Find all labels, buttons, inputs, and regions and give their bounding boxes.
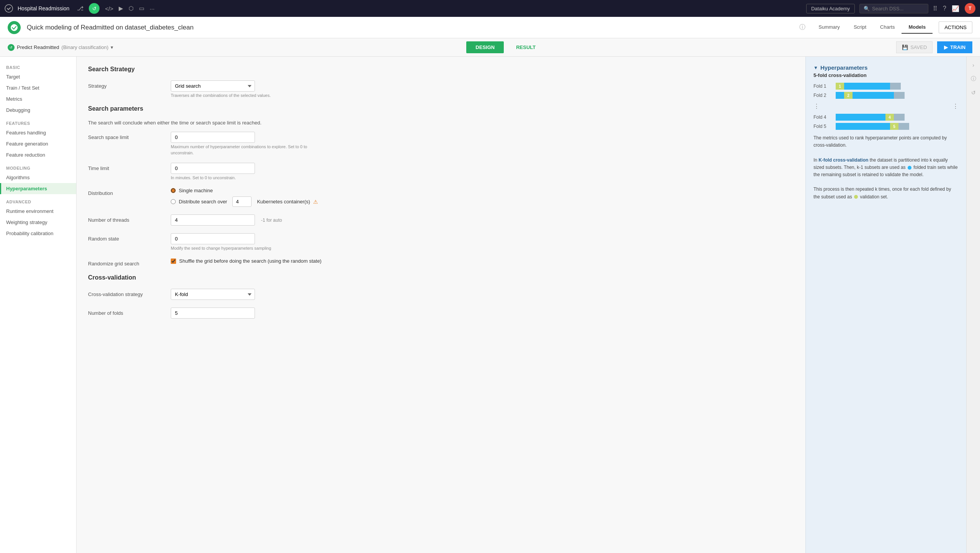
svg-point-0 — [5, 5, 13, 12]
nav-charts[interactable]: Charts — [873, 21, 902, 34]
saved-button[interactable]: 💾 SAVED — [896, 41, 933, 53]
warning-icon: ⚠ — [313, 199, 318, 205]
chevron-right-icon[interactable]: › — [968, 60, 979, 70]
subheader: Quick modeling of Readmitted on dataset_… — [0, 17, 980, 38]
basic-section-title: BASIC — [0, 63, 76, 71]
num-folds-control — [171, 308, 794, 319]
info-icon[interactable]: ⓘ — [968, 74, 979, 84]
cv-strategy-select[interactable]: K-fold Stratified K-fold Time series — [171, 289, 255, 300]
sidebar-item-weighting[interactable]: Weighting strategy — [0, 217, 76, 228]
run-icon[interactable]: ▶ — [119, 5, 123, 12]
sidebar-item-runtime[interactable]: Runtime environment — [0, 206, 76, 217]
topbar-icons: ⎇ ↺ </> ▶ ⬡ ▭ ··· — [77, 3, 154, 14]
threads-hint: -1 for auto — [261, 218, 282, 223]
nav-models[interactable]: Models — [902, 21, 933, 34]
hp-collapse-icon[interactable]: ▼ — [813, 65, 818, 70]
dropdown-icon[interactable]: ▾ — [111, 44, 113, 50]
single-machine-option[interactable]: Single machine — [171, 188, 794, 193]
sidebar-item-target[interactable]: Target — [0, 71, 76, 82]
grid-icon[interactable]: ⠿ — [933, 5, 938, 12]
threads-row: Number of threads -1 for auto — [88, 214, 794, 226]
k8s-suffix-label: Kubernetes container(s) — [257, 199, 310, 205]
sidebar-item-algorithms[interactable]: Algorithms — [0, 172, 76, 183]
distribute-radio[interactable] — [171, 199, 176, 204]
distribute-option[interactable]: Distribute search over Kubernetes contai… — [171, 196, 794, 207]
code-icon[interactable]: </> — [105, 5, 113, 12]
hp-desc-2-pre: In — [813, 157, 818, 163]
avatar[interactable]: T — [965, 3, 975, 14]
sidebar-item-calibration[interactable]: Probability calibration — [0, 228, 76, 239]
strategy-hint: Traverses all the combinations of the se… — [171, 93, 794, 98]
sidebar-item-debugging[interactable]: Debugging — [0, 105, 76, 116]
fold-1-label: Fold 1 — [813, 83, 833, 89]
yellow-dot-icon — [854, 195, 858, 199]
academy-label[interactable]: Dataiku Academy — [806, 4, 855, 13]
threads-control: -1 for auto — [171, 214, 794, 226]
recycle-icon[interactable]: ↺ — [89, 3, 100, 14]
time-limit-label: Time limit — [88, 163, 165, 171]
search-space-row: Search space limit Maximum number of hyp… — [88, 132, 794, 155]
save-icon: 💾 — [902, 44, 908, 50]
randomize-checkbox-row[interactable]: Shuffle the grid before doing the search… — [171, 258, 794, 264]
distribution-row: Distribution Single machine Distribute s… — [88, 188, 794, 207]
randomize-row: Randomize grid search Shuffle the grid b… — [88, 258, 794, 267]
search-space-hint1: Maximum number of hyperparameter combina… — [171, 144, 794, 149]
predict-badge: ↺ Predict Readmitted (Binary classificat… — [8, 44, 113, 51]
cv-strategy-row: Cross-validation strategy K-fold Stratif… — [88, 289, 794, 300]
search-space-label: Search space limit — [88, 132, 165, 140]
project-title: Quick modeling of Readmitted on dataset_… — [27, 24, 793, 31]
random-state-row: Random state Modify the seed to change h… — [88, 233, 794, 250]
hyperparameters-panel: ▼ Hyperparameters 5-fold cross-validatio… — [805, 57, 966, 553]
num-folds-input[interactable] — [171, 308, 255, 319]
time-limit-input[interactable] — [171, 163, 255, 174]
fold-dots: ⋮ ⋮ — [813, 101, 959, 111]
k8s-count-input[interactable] — [232, 196, 252, 207]
num-folds-label: Number of folds — [88, 308, 165, 316]
design-button[interactable]: DESIGN — [466, 41, 504, 53]
fold-row-1: Fold 1 1 — [813, 83, 959, 90]
strategy-select[interactable]: Grid search Random search Bayesian — [171, 80, 255, 92]
randomize-checkbox[interactable] — [171, 259, 176, 264]
train-button[interactable]: ▶ TRAIN — [937, 41, 972, 53]
randomize-label: Randomize grid search — [88, 258, 165, 267]
time-limit-row: Time limit In minutes. Set to 0 to uncon… — [88, 163, 794, 180]
threads-input[interactable] — [171, 214, 255, 226]
notebook-icon[interactable]: ▭ — [139, 5, 144, 12]
fold-grid: Fold 1 1 Fold 2 2 — [813, 83, 959, 130]
randomize-control: Shuffle the grid before doing the search… — [171, 258, 794, 264]
train-play-icon: ▶ — [944, 44, 948, 50]
help-circle-icon[interactable]: ⓘ — [799, 23, 805, 31]
search-space-input[interactable] — [171, 132, 255, 143]
deploy-icon[interactable]: ⬡ — [129, 5, 134, 12]
result-button[interactable]: RESULT — [508, 41, 543, 53]
distribution-control: Single machine Distribute search over Ku… — [171, 188, 794, 207]
branch-icon[interactable]: ⎇ — [77, 5, 83, 12]
search-box[interactable]: 🔍 Search DSS... — [859, 4, 928, 13]
search-params-desc: The search will conclude when either the… — [88, 120, 794, 126]
help-icon[interactable]: ? — [943, 5, 946, 12]
cv-strategy-control: K-fold Stratified K-fold Time series — [171, 289, 794, 300]
sidebar-item-feature-reduction[interactable]: Feature reduction — [0, 149, 76, 160]
app-title: Hospital Readmission — [18, 5, 69, 11]
time-limit-hint: In minutes. Set to 0 to unconstrain. — [171, 175, 794, 180]
predict-type: (Binary classification) — [62, 44, 109, 50]
sidebar-item-train-test[interactable]: Train / Test Set — [0, 82, 76, 93]
sidebar-item-feature-generation[interactable]: Feature generation — [0, 138, 76, 149]
sidebar-item-hyperparameters[interactable]: Hyperparameters — [0, 183, 76, 194]
refresh-icon[interactable]: ↺ — [968, 87, 979, 98]
sidebar-item-metrics[interactable]: Metrics — [0, 93, 76, 105]
random-state-hint: Modify the seed to change hyperparameter… — [171, 246, 794, 250]
more-icon[interactable]: ··· — [150, 5, 155, 12]
random-state-input[interactable] — [171, 233, 255, 244]
distribution-radio-group: Single machine Distribute search over Ku… — [171, 188, 794, 207]
cv-strategy-label: Cross-validation strategy — [88, 289, 165, 297]
nav-summary[interactable]: Summary — [812, 21, 847, 34]
trend-icon[interactable]: 📈 — [952, 5, 959, 12]
sidebar-item-features-handling[interactable]: Features handling — [0, 127, 76, 138]
single-machine-radio[interactable] — [171, 188, 176, 193]
far-right-panel: › ⓘ ↺ — [966, 57, 980, 553]
actions-button[interactable]: ACTIONS — [939, 21, 972, 33]
main-layout: BASIC Target Train / Test Set Metrics De… — [0, 57, 980, 553]
nav-script[interactable]: Script — [847, 21, 873, 34]
search-params-title: Search parameters — [88, 105, 794, 112]
